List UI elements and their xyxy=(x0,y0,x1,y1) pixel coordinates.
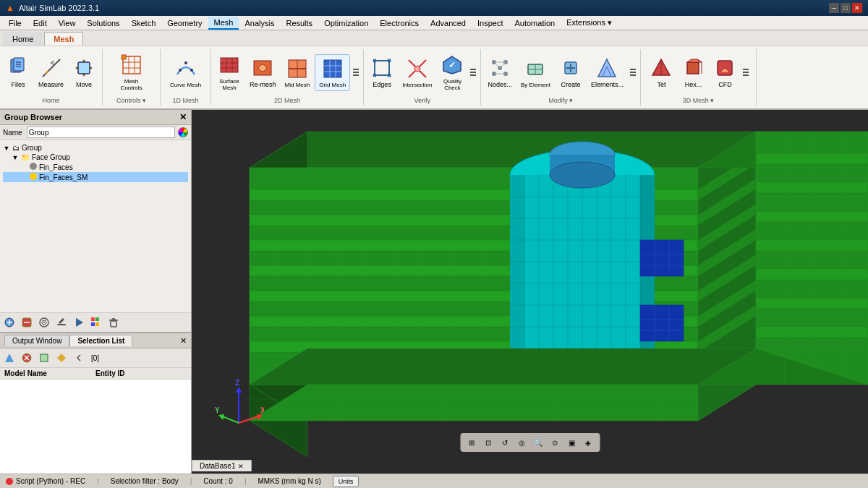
vb-view-btn[interactable]: ◎ xyxy=(514,435,529,450)
svg-rect-18 xyxy=(122,55,126,59)
btn-elements[interactable]: Elements... xyxy=(587,54,627,90)
bp-tool-4[interactable] xyxy=(54,350,69,366)
btn-intersection[interactable]: Intersection xyxy=(399,55,435,90)
menu-view[interactable]: View xyxy=(53,17,82,29)
bp-back-button[interactable] xyxy=(71,350,87,366)
ribbon-group-modify: Nodes... By Element Create xyxy=(481,49,640,106)
vb-mesh-btn[interactable]: ▣ xyxy=(564,435,579,450)
ltool-remove-button[interactable] xyxy=(19,314,35,330)
vb-zoom-btn[interactable]: 🔍 xyxy=(531,435,545,450)
tab-home[interactable]: Home xyxy=(3,32,43,46)
svg-marker-61 xyxy=(598,59,616,77)
vb-grid-btn[interactable]: ⊞ xyxy=(464,435,479,450)
menu-geometry[interactable]: Geometry xyxy=(161,17,208,29)
btn-mesh-controls[interactable]: MeshControls xyxy=(116,51,147,93)
svg-rect-79 xyxy=(57,324,66,325)
menu-sketch[interactable]: Sketch xyxy=(126,17,162,29)
tree-item-fin-faces-sm[interactable]: Fin_Faces_SM xyxy=(3,172,188,182)
svg-rect-167 xyxy=(640,305,684,341)
menu-extensions[interactable]: Extensions ▾ xyxy=(561,17,618,29)
3d-more[interactable] xyxy=(741,68,750,77)
database1-tab-close[interactable]: ✕ xyxy=(238,463,244,470)
bottom-panel-close[interactable]: ✕ xyxy=(180,336,187,346)
files-icon xyxy=(7,56,30,80)
tree-item-group[interactable]: ▼ 🗂 Group xyxy=(3,143,188,153)
menu-edit[interactable]: Edit xyxy=(27,17,53,29)
svg-marker-178 xyxy=(250,385,756,421)
btn-remesh[interactable]: Re-mesh xyxy=(246,54,280,90)
group-name-input[interactable] xyxy=(27,127,175,138)
ltool-color-button[interactable] xyxy=(88,314,104,330)
ltool-play-button[interactable] xyxy=(71,314,87,330)
vb-diamond-btn[interactable]: ◈ xyxy=(581,435,595,450)
curve-mesh-icon xyxy=(174,57,197,80)
vb-box-btn[interactable]: ⊡ xyxy=(481,435,495,450)
by-element-label: By Element xyxy=(521,82,550,88)
tab-mesh[interactable]: Mesh xyxy=(44,32,83,46)
btn-nodes[interactable]: Nodes... xyxy=(484,54,516,90)
database1-tab-label: DataBase1 xyxy=(200,462,235,470)
2d-mesh-more[interactable] xyxy=(352,68,360,77)
btn-move[interactable]: Move xyxy=(69,54,99,90)
btn-curve-mesh[interactable]: Curve Mesh xyxy=(166,55,205,90)
ltool-edit-button[interactable] xyxy=(54,314,69,330)
btn-grid-mesh[interactable]: Grid Mesh xyxy=(315,54,350,91)
mid-mesh-icon xyxy=(286,57,309,80)
menu-mesh[interactable]: Mesh xyxy=(208,17,239,30)
color-picker[interactable] xyxy=(178,127,188,137)
menu-analysis[interactable]: Analysis xyxy=(239,17,280,29)
menu-advanced[interactable]: Advanced xyxy=(425,17,472,29)
btn-mid-mesh[interactable]: Mid Mesh xyxy=(281,55,314,90)
app-title: Altair SimLab 2022.3.1 xyxy=(19,4,99,12)
btn-hex[interactable]: Hex... xyxy=(678,54,708,90)
btn-files[interactable]: Files xyxy=(3,54,33,90)
group-browser-close-button[interactable]: ✕ xyxy=(179,112,187,122)
tab-selection-list[interactable]: Selection List xyxy=(69,335,132,346)
svg-line-54 xyxy=(500,62,506,68)
menu-automation[interactable]: Automation xyxy=(509,17,561,29)
menu-optimization[interactable]: Optimization xyxy=(318,17,374,29)
svg-text:✓: ✓ xyxy=(448,60,456,70)
bp-tool-2[interactable] xyxy=(19,350,35,366)
ltool-delete-button[interactable] xyxy=(106,314,122,330)
btn-create[interactable]: Create xyxy=(556,54,586,90)
ltool-add-button[interactable] xyxy=(1,314,17,330)
vb-circle-btn[interactable]: ⊙ xyxy=(548,435,562,450)
tree-item-face-group[interactable]: ▼ 📁 Face Group xyxy=(3,153,188,162)
menu-results[interactable]: Results xyxy=(280,17,318,29)
svg-marker-176 xyxy=(250,348,756,385)
btn-quality-check[interactable]: ✓ QualityCheck xyxy=(437,51,467,93)
verify-more[interactable] xyxy=(469,68,477,77)
svg-line-208 xyxy=(239,416,260,423)
database1-tab[interactable]: DataBase1 ✕ xyxy=(192,460,252,471)
btn-by-element[interactable]: By Element xyxy=(517,55,554,90)
bp-tool-1[interactable] xyxy=(1,350,17,366)
create-label: Create xyxy=(561,81,580,88)
viewport[interactable]: Z X Y ⊞ ⊡ ↺ ◎ 🔍 ⊙ ▣ ◈ DataB xyxy=(192,110,868,474)
modify-more[interactable] xyxy=(629,68,637,77)
tree-item-fin-faces[interactable]: Fin_Faces xyxy=(3,162,188,172)
svg-point-37 xyxy=(373,59,377,63)
vb-rotate-btn[interactable]: ↺ xyxy=(498,435,512,450)
minimize-button[interactable]: ─ xyxy=(829,3,839,13)
maximize-button[interactable]: □ xyxy=(841,3,851,13)
ltool-target-button[interactable] xyxy=(36,314,52,330)
btn-measure[interactable]: ∢ Measure xyxy=(35,54,67,90)
bp-tool-3[interactable] xyxy=(36,350,52,366)
btn-tet[interactable]: Tet xyxy=(646,54,676,90)
btn-cfd[interactable]: CFD xyxy=(710,54,740,90)
home-group-label: Home xyxy=(43,95,60,106)
units-button[interactable]: Units xyxy=(333,476,359,487)
menu-inspect[interactable]: Inspect xyxy=(472,17,509,29)
close-button[interactable]: ✕ xyxy=(852,3,862,13)
selection-list-header: Model Name Entity ID xyxy=(0,368,191,380)
btn-surface-mesh[interactable]: SurfaceMesh xyxy=(214,51,244,93)
menu-file[interactable]: File xyxy=(3,17,27,29)
svg-text:∢: ∢ xyxy=(50,60,55,67)
tab-output-window[interactable]: Output Window xyxy=(4,335,69,346)
btn-edges[interactable]: Edges xyxy=(367,54,397,90)
selection-counter: [0] xyxy=(91,354,99,362)
menu-electronics[interactable]: Electronics xyxy=(374,17,425,29)
menu-solutions[interactable]: Solutions xyxy=(81,17,125,29)
edges-icon xyxy=(370,56,393,80)
